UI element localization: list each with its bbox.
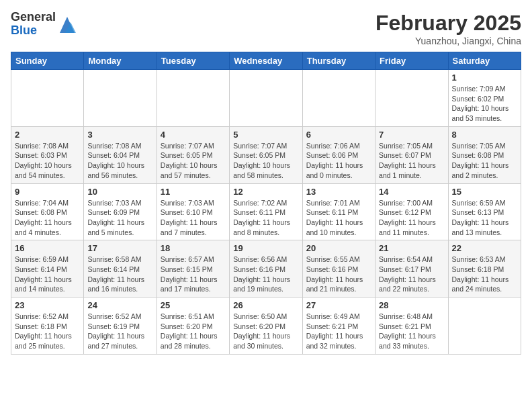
calendar-cell: 18Sunrise: 6:57 AM Sunset: 6:15 PM Dayli… xyxy=(157,240,229,298)
calendar-cell: 27Sunrise: 6:49 AM Sunset: 6:21 PM Dayli… xyxy=(302,298,375,355)
calendar-cell: 3Sunrise: 7:08 AM Sunset: 6:04 PM Daylig… xyxy=(84,126,157,183)
calendar-table: SundayMondayTuesdayWednesdayThursdayFrid… xyxy=(11,52,521,355)
calendar-cell: 17Sunrise: 6:58 AM Sunset: 6:14 PM Dayli… xyxy=(84,240,157,298)
calendar-cell: 5Sunrise: 7:07 AM Sunset: 6:05 PM Daylig… xyxy=(230,126,302,183)
day-info: Sunrise: 7:04 AM Sunset: 6:08 PM Dayligh… xyxy=(15,198,80,238)
day-info: Sunrise: 6:54 AM Sunset: 6:17 PM Dayligh… xyxy=(379,255,444,294)
day-info: Sunrise: 7:05 AM Sunset: 6:08 PM Dayligh… xyxy=(452,141,517,181)
calendar-cell: 22Sunrise: 6:53 AM Sunset: 6:18 PM Dayli… xyxy=(448,240,521,298)
day-number: 17 xyxy=(87,243,152,253)
day-info: Sunrise: 6:52 AM Sunset: 6:19 PM Dayligh… xyxy=(87,312,152,351)
day-number: 7 xyxy=(379,130,444,140)
day-info: Sunrise: 6:52 AM Sunset: 6:18 PM Dayligh… xyxy=(15,312,80,351)
calendar-cell: 6Sunrise: 7:06 AM Sunset: 6:06 PM Daylig… xyxy=(302,126,375,183)
day-info: Sunrise: 7:08 AM Sunset: 6:03 PM Dayligh… xyxy=(15,141,80,181)
day-info: Sunrise: 7:00 AM Sunset: 6:12 PM Dayligh… xyxy=(379,198,444,238)
day-number: 28 xyxy=(379,300,444,310)
day-info: Sunrise: 6:58 AM Sunset: 6:14 PM Dayligh… xyxy=(87,255,152,294)
day-info: Sunrise: 6:56 AM Sunset: 6:16 PM Dayligh… xyxy=(233,255,298,294)
calendar-cell xyxy=(448,298,521,355)
day-info: Sunrise: 7:07 AM Sunset: 6:05 PM Dayligh… xyxy=(233,141,298,181)
calendar-cell: 16Sunrise: 6:59 AM Sunset: 6:14 PM Dayli… xyxy=(11,240,84,298)
day-info: Sunrise: 7:08 AM Sunset: 6:04 PM Dayligh… xyxy=(87,141,152,181)
day-number: 12 xyxy=(233,187,298,197)
day-header-sunday: Sunday xyxy=(11,52,84,70)
day-number: 4 xyxy=(161,130,226,140)
title-block: February 2025 Yuanzhou, Jiangxi, China xyxy=(375,11,521,46)
day-number: 11 xyxy=(161,187,226,197)
calendar-cell: 8Sunrise: 7:05 AM Sunset: 6:08 PM Daylig… xyxy=(448,126,521,183)
calendar-cell: 26Sunrise: 6:50 AM Sunset: 6:20 PM Dayli… xyxy=(230,298,302,355)
day-number: 22 xyxy=(452,243,517,253)
day-info: Sunrise: 7:02 AM Sunset: 6:11 PM Dayligh… xyxy=(233,198,298,238)
calendar-cell: 10Sunrise: 7:03 AM Sunset: 6:09 PM Dayli… xyxy=(84,183,157,240)
day-number: 8 xyxy=(452,130,517,140)
day-info: Sunrise: 7:07 AM Sunset: 6:05 PM Dayligh… xyxy=(161,141,226,181)
day-info: Sunrise: 6:55 AM Sunset: 6:16 PM Dayligh… xyxy=(306,255,371,294)
day-header-thursday: Thursday xyxy=(302,52,375,70)
calendar-cell: 14Sunrise: 7:00 AM Sunset: 6:12 PM Dayli… xyxy=(375,183,448,240)
calendar-cell: 23Sunrise: 6:52 AM Sunset: 6:18 PM Dayli… xyxy=(11,298,84,355)
location-subtitle: Yuanzhou, Jiangxi, China xyxy=(375,36,521,46)
day-info: Sunrise: 7:06 AM Sunset: 6:06 PM Dayligh… xyxy=(306,141,371,181)
calendar-cell: 19Sunrise: 6:56 AM Sunset: 6:16 PM Dayli… xyxy=(230,240,302,298)
day-number: 15 xyxy=(452,187,517,197)
day-info: Sunrise: 6:50 AM Sunset: 6:20 PM Dayligh… xyxy=(233,312,298,351)
calendar-cell xyxy=(84,70,157,127)
calendar-cell: 2Sunrise: 7:08 AM Sunset: 6:03 PM Daylig… xyxy=(11,126,84,183)
day-info: Sunrise: 7:05 AM Sunset: 6:07 PM Dayligh… xyxy=(379,141,444,181)
day-number: 20 xyxy=(306,243,371,253)
calendar-cell: 21Sunrise: 6:54 AM Sunset: 6:17 PM Dayli… xyxy=(375,240,448,298)
calendar-week-2: 2Sunrise: 7:08 AM Sunset: 6:03 PM Daylig… xyxy=(11,126,521,183)
day-header-monday: Monday xyxy=(84,52,157,70)
logo-general: General xyxy=(11,11,56,24)
logo-blue: Blue xyxy=(11,24,56,38)
day-number: 9 xyxy=(15,187,80,197)
calendar-cell xyxy=(11,70,84,127)
calendar-cell: 15Sunrise: 6:59 AM Sunset: 6:13 PM Dayli… xyxy=(448,183,521,240)
day-number: 19 xyxy=(233,243,298,253)
day-number: 25 xyxy=(161,300,226,310)
day-number: 5 xyxy=(233,130,298,140)
day-number: 1 xyxy=(452,73,517,83)
day-header-friday: Friday xyxy=(375,52,448,70)
calendar-week-3: 9Sunrise: 7:04 AM Sunset: 6:08 PM Daylig… xyxy=(11,183,521,240)
day-info: Sunrise: 6:49 AM Sunset: 6:21 PM Dayligh… xyxy=(306,312,371,351)
calendar-cell xyxy=(230,70,302,127)
calendar-cell: 25Sunrise: 6:51 AM Sunset: 6:20 PM Dayli… xyxy=(157,298,229,355)
day-info: Sunrise: 6:59 AM Sunset: 6:13 PM Dayligh… xyxy=(452,198,517,238)
day-number: 6 xyxy=(306,130,371,140)
calendar-week-4: 16Sunrise: 6:59 AM Sunset: 6:14 PM Dayli… xyxy=(11,240,521,298)
calendar-cell: 4Sunrise: 7:07 AM Sunset: 6:05 PM Daylig… xyxy=(157,126,229,183)
calendar-cell xyxy=(375,70,448,127)
day-header-wednesday: Wednesday xyxy=(230,52,302,70)
day-info: Sunrise: 7:01 AM Sunset: 6:11 PM Dayligh… xyxy=(306,198,371,238)
day-info: Sunrise: 7:03 AM Sunset: 6:10 PM Dayligh… xyxy=(161,198,226,238)
day-info: Sunrise: 6:51 AM Sunset: 6:20 PM Dayligh… xyxy=(161,312,226,351)
calendar-cell: 13Sunrise: 7:01 AM Sunset: 6:11 PM Dayli… xyxy=(302,183,375,240)
day-info: Sunrise: 7:09 AM Sunset: 6:02 PM Dayligh… xyxy=(452,84,517,124)
logo: General Blue xyxy=(11,11,77,38)
day-number: 26 xyxy=(233,300,298,310)
day-header-tuesday: Tuesday xyxy=(157,52,229,70)
calendar-week-5: 23Sunrise: 6:52 AM Sunset: 6:18 PM Dayli… xyxy=(11,298,521,355)
calendar-cell: 28Sunrise: 6:48 AM Sunset: 6:21 PM Dayli… xyxy=(375,298,448,355)
calendar-cell: 9Sunrise: 7:04 AM Sunset: 6:08 PM Daylig… xyxy=(11,183,84,240)
day-header-saturday: Saturday xyxy=(448,52,521,70)
calendar-cell: 7Sunrise: 7:05 AM Sunset: 6:07 PM Daylig… xyxy=(375,126,448,183)
page-header: General Blue February 2025 Yuanzhou, Jia… xyxy=(11,11,521,46)
day-info: Sunrise: 7:03 AM Sunset: 6:09 PM Dayligh… xyxy=(87,198,152,238)
calendar-cell: 24Sunrise: 6:52 AM Sunset: 6:19 PM Dayli… xyxy=(84,298,157,355)
calendar-cell xyxy=(302,70,375,127)
day-number: 16 xyxy=(15,243,80,253)
calendar-cell: 20Sunrise: 6:55 AM Sunset: 6:16 PM Dayli… xyxy=(302,240,375,298)
calendar-cell: 12Sunrise: 7:02 AM Sunset: 6:11 PM Dayli… xyxy=(230,183,302,240)
calendar-header-row: SundayMondayTuesdayWednesdayThursdayFrid… xyxy=(11,52,521,70)
day-number: 18 xyxy=(161,243,226,253)
day-number: 24 xyxy=(87,300,152,310)
month-title: February 2025 xyxy=(375,11,521,36)
day-info: Sunrise: 6:48 AM Sunset: 6:21 PM Dayligh… xyxy=(379,312,444,351)
day-info: Sunrise: 6:57 AM Sunset: 6:15 PM Dayligh… xyxy=(161,255,226,294)
day-info: Sunrise: 6:59 AM Sunset: 6:14 PM Dayligh… xyxy=(15,255,80,294)
day-number: 27 xyxy=(306,300,371,310)
